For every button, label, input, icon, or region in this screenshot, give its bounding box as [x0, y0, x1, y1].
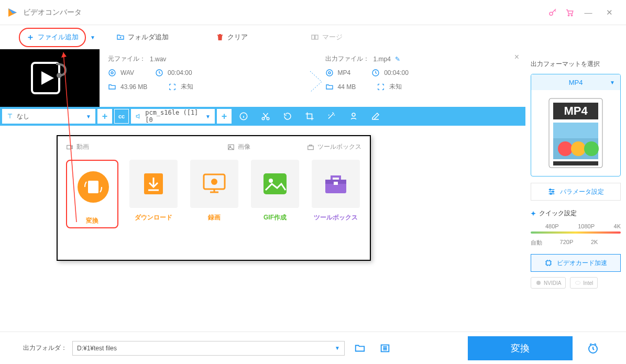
output-folder-select[interactable]: D:¥1¥test files ▼	[72, 341, 345, 356]
info-button[interactable]	[234, 107, 254, 126]
scale-1080p: 1080P	[578, 223, 595, 229]
add-subtitle-button[interactable]: +	[97, 109, 112, 124]
arrow-icon	[308, 69, 325, 94]
audio-value: pcm_s16le ([1][0	[145, 109, 202, 124]
src-format: WAV	[120, 69, 134, 76]
svg-point-11	[328, 72, 331, 74]
svg-point-1	[568, 15, 569, 16]
app-title: ビデオコンバータ	[23, 8, 82, 17]
effect-button[interactable]	[322, 107, 342, 126]
output-name: 1.mp4	[374, 56, 391, 63]
rotate-button[interactable]	[278, 107, 298, 126]
feature-toolbox[interactable]: ツールボックス	[310, 160, 361, 228]
key-icon[interactable]	[544, 4, 561, 21]
speaker-icon	[135, 113, 142, 120]
feature-gif[interactable]: GIF作成	[249, 160, 301, 228]
out-resolution: 未知	[389, 82, 402, 91]
toolbox-icon	[307, 144, 314, 151]
open-folder-button[interactable]	[350, 338, 370, 358]
svg-rect-26	[263, 173, 287, 194]
plus-icon: ✦	[531, 210, 536, 217]
tab-image-label: 画像	[238, 142, 250, 151]
schedule-button[interactable]	[583, 338, 603, 358]
tab-image[interactable]: 画像	[227, 142, 250, 151]
feature-download[interactable]: ダウンロード	[128, 160, 179, 228]
add-file-button[interactable]: ＋ ファイル追加	[19, 28, 86, 47]
add-folder-button[interactable]: フォルダ追加	[110, 29, 175, 45]
titlebar: ビデオコンバータ — ✕	[0, 0, 626, 25]
footer: 出力フォルダ： D:¥1¥test files ▼ 変換	[0, 332, 626, 364]
output-info: 出力ファイル：1.mp4✎ MP4 00:04:00 44 MB 未知	[300, 54, 518, 102]
source-info: 元ファイル：1.wav WAV 00:04:00 43.96 MB 未知	[108, 54, 300, 102]
svg-point-6	[57, 73, 62, 78]
parameter-settings-button[interactable]: パラメータ設定	[531, 183, 621, 201]
clear-button[interactable]: クリア	[210, 29, 254, 45]
watermark-button[interactable]	[344, 107, 364, 126]
svg-point-38	[584, 141, 599, 156]
convert-button[interactable]: 変換	[468, 336, 573, 360]
scale-720p: 720P	[560, 239, 574, 247]
file-row: 元ファイル：1.wav WAV 00:04:00 43.96 MB 未知 出力フ…	[0, 49, 525, 107]
merge-button[interactable]: マージ	[304, 29, 349, 45]
output-path: D:¥1¥test files	[77, 345, 117, 352]
svg-point-37	[571, 141, 586, 156]
chevron-down-icon: ▼	[335, 345, 340, 351]
add-audio-button[interactable]: +	[217, 109, 232, 124]
output-folder-label: 出力フォルダ：	[23, 344, 67, 352]
add-file-label: ファイル追加	[38, 32, 79, 42]
format-box[interactable]: MP4▼ MP4	[531, 74, 621, 177]
feature-toolbox-label: ツールボックス	[310, 213, 361, 222]
svg-rect-30	[334, 182, 338, 185]
feature-convert-label: 変換	[69, 216, 115, 225]
gpu-accel-button[interactable]: ビデオカード加速	[531, 254, 621, 272]
trash-icon	[216, 33, 224, 41]
tab-toolbox[interactable]: ツールボックス	[307, 142, 361, 151]
edit-button[interactable]	[366, 107, 386, 126]
svg-point-10	[326, 70, 333, 76]
remove-file-button[interactable]: ×	[514, 52, 519, 62]
feature-panel: 動画 画像 ツールボックス 変換 ダウンロード 録画	[57, 135, 371, 261]
scale-2k: 2K	[591, 239, 598, 247]
subtitle-selector[interactable]: なし ▼	[2, 109, 95, 124]
main-area: 元ファイル：1.wav WAV 00:04:00 43.96 MB 未知 出力フ…	[0, 49, 525, 332]
sidebar: 出力フォーマットを選択 MP4▼ MP4 パラメータ設定 ✦ クイック設定 48…	[525, 49, 626, 332]
quality-slider[interactable]	[531, 231, 621, 234]
feature-convert[interactable]: 変換	[66, 160, 118, 228]
svg-rect-44	[546, 261, 551, 265]
out-size: 44 MB	[338, 83, 356, 91]
svg-point-46	[576, 281, 580, 284]
chevron-down-icon: ▼	[86, 114, 91, 119]
svg-rect-22	[88, 181, 98, 193]
cart-icon[interactable]	[561, 4, 578, 21]
minimize-button[interactable]: —	[578, 4, 599, 21]
chevron-down-icon: ▼	[610, 80, 615, 85]
src-duration: 00:04:00	[168, 69, 192, 76]
tab-video[interactable]: 動画	[66, 142, 89, 151]
output-label: 出力ファイル：	[325, 54, 369, 63]
edit-output-icon[interactable]: ✎	[395, 56, 400, 63]
convert-label: 変換	[511, 342, 530, 355]
src-size: 43.96 MB	[120, 83, 147, 91]
svg-rect-40	[553, 161, 598, 166]
folder-icon	[325, 83, 334, 91]
svg-point-45	[536, 281, 541, 285]
svg-point-43	[550, 193, 552, 195]
svg-point-27	[269, 179, 273, 183]
intel-chip: Intel	[570, 277, 598, 289]
crop-button[interactable]	[300, 107, 320, 126]
close-button[interactable]: ✕	[599, 4, 620, 21]
tab-video-label: 動画	[76, 142, 89, 151]
svg-point-0	[550, 12, 553, 15]
file-thumbnail[interactable]	[0, 49, 100, 107]
plus-icon: ＋	[26, 32, 35, 43]
cut-button[interactable]	[256, 107, 276, 126]
svg-rect-39	[553, 123, 598, 138]
feature-record[interactable]: 録画	[189, 160, 240, 228]
audio-selector[interactable]: pcm_s16le ([1][0 ▼	[131, 109, 215, 124]
cc-button[interactable]: cc	[114, 109, 129, 124]
folder-icon	[108, 83, 116, 91]
svg-point-42	[552, 191, 554, 193]
add-file-dropdown-icon[interactable]: ▼	[90, 35, 95, 40]
text-icon	[6, 113, 14, 120]
list-button[interactable]	[375, 338, 395, 358]
